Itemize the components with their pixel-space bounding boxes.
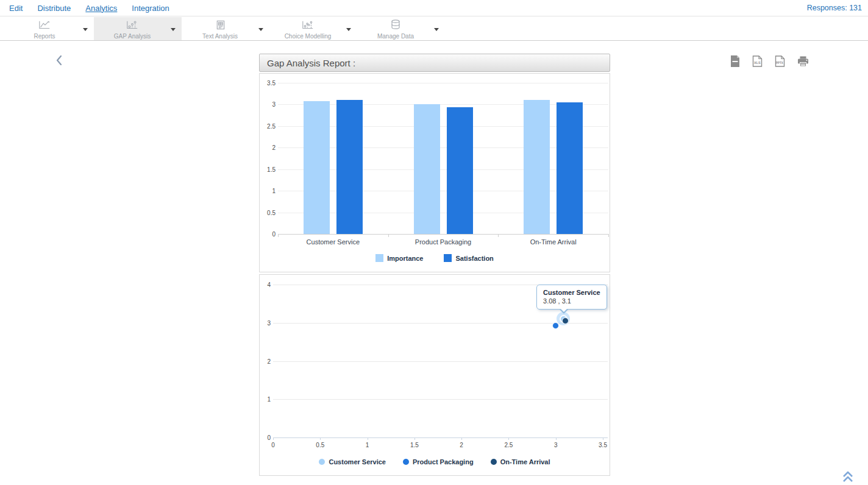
gridline <box>273 399 608 400</box>
x-axis-tick <box>388 234 389 237</box>
category-label: On-Time Arrival <box>498 238 608 246</box>
y-axis-tick-label: 2 <box>260 144 276 151</box>
x-axis-tick-label: 2.5 <box>496 442 521 448</box>
tab-choice-modelling[interactable]: Choice Modelling <box>269 17 357 40</box>
scroll-to-top-button[interactable] <box>842 470 854 485</box>
legend-dot-swatch <box>403 459 409 465</box>
tab-manage-data[interactable]: Manage Data <box>357 17 445 40</box>
tab-label: Choice Modelling <box>285 33 332 40</box>
x-axis-tick <box>278 234 279 237</box>
legend-label: Importance <box>387 255 423 262</box>
tooltip-title: Customer Service <box>543 289 600 296</box>
nav-item-analytics[interactable]: Analytics <box>85 4 117 13</box>
print-icon[interactable] <box>797 56 809 69</box>
line-chart-icon <box>38 20 51 32</box>
gridline <box>273 361 608 362</box>
tab-label: Reports <box>34 33 55 40</box>
tab-text-analysis[interactable]: Text Analysis <box>182 17 269 40</box>
legend-item-satisfaction[interactable]: Satisfaction <box>444 254 493 262</box>
y-axis-tick-label: 3 <box>255 320 271 327</box>
bar-satisfaction-2[interactable] <box>447 107 473 234</box>
x-axis-tick <box>320 437 321 440</box>
y-axis-tick-label: 2 <box>255 358 271 365</box>
legend-label: Product Packaging <box>413 458 474 466</box>
x-axis-tick <box>608 234 609 237</box>
legend-swatch <box>444 254 452 262</box>
bar-importance-2[interactable] <box>414 104 440 234</box>
nav-item-edit[interactable]: Edit <box>9 4 23 13</box>
chevron-down-icon[interactable] <box>258 28 263 34</box>
legend-item-on-time-arrival[interactable]: On-Time Arrival <box>491 458 550 466</box>
y-axis-tick-label: 0.5 <box>260 210 276 216</box>
x-axis-tick-label: 2 <box>449 442 474 448</box>
x-axis-line <box>278 234 608 235</box>
legend-label: Satisfaction <box>455 255 493 262</box>
x-axis-tick-label: 1 <box>355 442 380 448</box>
database-icon <box>391 19 400 32</box>
x-axis-tick-label: 0 <box>261 442 285 448</box>
newspaper-icon <box>215 20 226 32</box>
bar-importance-3[interactable] <box>524 100 550 234</box>
scatter-point-product-packaging[interactable] <box>552 322 559 329</box>
bar-importance-1[interactable] <box>304 101 330 234</box>
app-root: Edit Distribute Analytics Integration Re… <box>0 0 868 485</box>
tooltip-value: 3.08 , 3.1 <box>543 297 600 305</box>
x-axis-tick <box>461 437 462 440</box>
y-axis-tick-label: 1 <box>255 396 271 403</box>
tab-gap-analysis[interactable]: GAP Analysis <box>94 17 182 40</box>
tab-reports[interactable]: Reports <box>6 17 94 40</box>
analytics-toolbar: Reports GAP Analysis Text Analysis <box>0 17 868 41</box>
bar-chart-panel: 00.511.522.533.5Customer ServiceProduct … <box>259 73 610 272</box>
export-toolbar: XLS PPTX <box>730 55 809 69</box>
chevron-down-icon[interactable] <box>83 28 88 34</box>
tab-label: Text Analysis <box>202 33 238 40</box>
y-axis-tick-label: 4 <box>255 281 271 288</box>
x-axis-tick <box>556 437 557 440</box>
tooltip-pointer <box>560 308 568 316</box>
category-label: Product Packaging <box>388 238 499 246</box>
bar-satisfaction-1[interactable] <box>336 100 363 234</box>
export-xls-icon[interactable]: XLS <box>752 55 763 69</box>
tab-label: Manage Data <box>377 33 414 40</box>
chevron-down-icon[interactable] <box>346 28 351 34</box>
legend-item-customer-service[interactable]: Customer Service <box>319 458 386 466</box>
x-axis-tick <box>273 437 274 440</box>
report-title-bar: Gap Analysis Report : <box>259 54 610 72</box>
legend-item-importance[interactable]: Importance <box>375 254 423 262</box>
y-axis-tick-label: 1 <box>260 188 276 194</box>
scatter-chart-legend: Customer ServiceProduct PackagingOn-Time… <box>260 458 610 466</box>
chevron-down-icon[interactable] <box>171 28 176 34</box>
y-axis-tick-label: 2.5 <box>260 123 276 130</box>
x-axis-tick-label: 3.5 <box>591 442 615 448</box>
gridline <box>278 83 608 83</box>
tab-label: GAP Analysis <box>114 33 151 40</box>
y-axis-tick-label: 3 <box>260 101 276 108</box>
export-pptx-icon[interactable]: PPTX <box>775 55 785 69</box>
double-chevron-up-icon <box>842 476 854 485</box>
category-label: Customer Service <box>278 238 388 246</box>
nav-item-integration[interactable]: Integration <box>132 4 169 13</box>
pptx-label: PPTX <box>776 62 784 65</box>
scatter-chart-icon <box>302 20 314 32</box>
chevron-left-icon <box>55 57 63 68</box>
bar-chart-legend: ImportanceSatisfaction <box>260 254 610 262</box>
page-title: Gap Analysis Report : <box>267 58 355 68</box>
top-nav: Edit Distribute Analytics Integration Re… <box>0 0 868 16</box>
x-axis-tick-label: 1.5 <box>402 442 427 448</box>
legend-swatch <box>375 254 383 262</box>
export-document-icon[interactable] <box>730 55 740 69</box>
x-axis-tick <box>498 234 499 237</box>
legend-item-product-packaging[interactable]: Product Packaging <box>403 458 474 466</box>
y-axis-tick-label: 0 <box>255 434 271 441</box>
y-axis-tick-label: 1.5 <box>260 166 276 173</box>
bar-satisfaction-3[interactable] <box>557 102 583 234</box>
xls-label: XLS <box>754 61 761 65</box>
x-axis-tick <box>508 437 509 440</box>
nav-item-distribute[interactable]: Distribute <box>37 4 71 13</box>
chevron-down-icon[interactable] <box>434 28 439 34</box>
legend-dot-swatch <box>491 459 497 465</box>
back-button[interactable] <box>55 55 67 67</box>
x-axis-tick <box>368 437 368 440</box>
responses-count: Responses: 131 <box>807 4 862 12</box>
y-axis-tick-label: 0 <box>260 231 276 238</box>
